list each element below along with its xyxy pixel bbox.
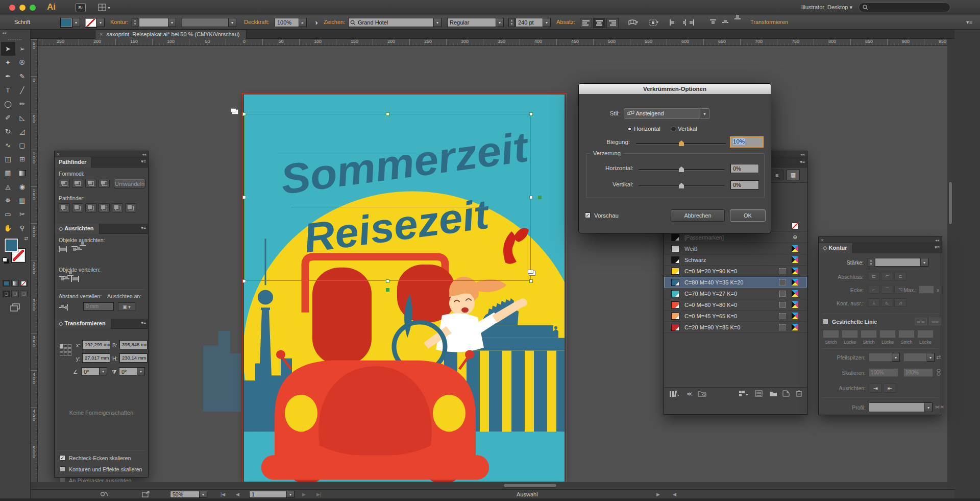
- align-menu-icon[interactable]: ▾≡: [141, 225, 146, 230]
- swatch-options-icon[interactable]: [779, 279, 786, 285]
- radio-horizontal[interactable]: Horizontal: [627, 126, 660, 132]
- preserve-dash-button[interactable]: ▭ ▭: [915, 318, 927, 325]
- selection-bounding-box[interactable]: [244, 114, 531, 281]
- font-family-dropdown-icon[interactable]: ▾: [434, 18, 442, 27]
- gap-field[interactable]: [917, 330, 934, 338]
- draw-normal-button[interactable]: ❏: [3, 291, 10, 297]
- verzerrung-h-field[interactable]: 0%: [730, 164, 759, 173]
- pathfinder-menu-icon[interactable]: ▾≡: [141, 159, 146, 164]
- swatch-row[interactable]: C=0 M=45 Y=65 K=0 ⊕: [664, 311, 807, 322]
- new-swatch-icon[interactable]: [782, 390, 790, 398]
- scale-corners-checkbox[interactable]: ✓: [60, 455, 65, 461]
- stroke-weight-field[interactable]: [139, 18, 168, 27]
- pathfinder-close-icon[interactable]: ×: [57, 152, 60, 157]
- arrowhead-start-dropdown[interactable]: ▾: [892, 353, 900, 362]
- pathfinder-collapse-icon[interactable]: ◂◂: [142, 152, 146, 157]
- swatches-collapse-icon[interactable]: ◂◂: [800, 152, 804, 157]
- free-transform-tool[interactable]: ▢: [15, 138, 30, 152]
- vertical-scrollbar[interactable]: [947, 46, 954, 482]
- status-prev-icon[interactable]: ◀: [673, 492, 676, 497]
- font-size-stepper[interactable]: ▲▼: [508, 18, 515, 27]
- link-scale-icon[interactable]: [936, 369, 941, 377]
- ok-button[interactable]: OK: [730, 209, 766, 222]
- profil-field[interactable]: [869, 402, 925, 412]
- guide-handle-left[interactable]: [231, 108, 236, 112]
- stil-select[interactable]: Ansteigend: [624, 108, 700, 119]
- screen-mode-icon[interactable]: [0, 303, 30, 313]
- arrange-documents-icon[interactable]: [98, 3, 113, 12]
- stroke-weight-dropdown-icon[interactable]: ▾: [168, 18, 176, 27]
- swatch-options-button[interactable]: [755, 390, 763, 398]
- font-style-field[interactable]: Regular: [447, 18, 496, 27]
- profil-dropdown-icon[interactable]: ▾: [925, 402, 933, 412]
- biegung-slider-thumb[interactable]: [679, 140, 684, 146]
- opacity-mask-icon[interactable]: ◑: [310, 17, 322, 28]
- rotate-dropdown-icon[interactable]: ▾: [100, 367, 107, 375]
- width-field[interactable]: 395,848 mm: [119, 340, 148, 349]
- horizontal-scroll-thumb[interactable]: [503, 483, 557, 488]
- zoom-window-button[interactable]: [30, 5, 36, 11]
- exclude-button[interactable]: [99, 179, 110, 188]
- eraser-tool[interactable]: ◺: [15, 111, 30, 125]
- share-icon[interactable]: [142, 491, 150, 498]
- paintbrush-tool[interactable]: ✏: [15, 97, 30, 111]
- paint-color-button[interactable]: [3, 280, 10, 287]
- tools-collapse-icon[interactable]: ◂◂: [0, 30, 30, 37]
- tab-kontur[interactable]: ◇ Kontur: [819, 243, 853, 253]
- tools-grip[interactable]: ▪▪▪▪▪▪▪▪: [0, 37, 30, 42]
- outline-button[interactable]: [112, 203, 123, 212]
- swatch-row[interactable]: Weiß ⊕: [664, 243, 807, 254]
- mesh-tool[interactable]: ▦: [1, 166, 15, 180]
- sync-settings-icon[interactable]: [100, 491, 109, 498]
- swatch-row[interactable]: C=20 M=90 Y=85 K=0 ⊕: [664, 322, 807, 333]
- font-size-field[interactable]: 240 pt: [516, 18, 543, 27]
- swatch-options-icon[interactable]: [779, 313, 786, 319]
- new-color-group-icon[interactable]: [739, 390, 749, 398]
- y-field[interactable]: 27,017 mm: [82, 353, 110, 363]
- pencil-tool[interactable]: ✐: [1, 111, 15, 125]
- close-window-button[interactable]: [9, 5, 15, 11]
- miter-join-button[interactable]: ⌐: [868, 285, 880, 294]
- list-view-button[interactable]: ≡: [770, 170, 783, 180]
- minus-back-button[interactable]: [125, 203, 136, 212]
- transform-link[interactable]: Transformieren: [750, 19, 788, 25]
- dialog-title[interactable]: Verkrümmen-Optionen: [579, 84, 771, 94]
- tab-pathfinder[interactable]: Pathfinder: [55, 157, 92, 168]
- stroke-color-swatch[interactable]: [85, 18, 97, 28]
- paint-gradient-button[interactable]: [11, 280, 19, 287]
- verzerrung-v-thumb[interactable]: [679, 183, 684, 188]
- transform-menu-icon[interactable]: ▾≡: [141, 320, 146, 325]
- canvas[interactable]: Sommerzeit Reisezeit: [38, 46, 947, 482]
- blend-tool[interactable]: ◉: [15, 180, 30, 194]
- align-text-left-button[interactable]: [580, 18, 592, 28]
- tab-ausrichten[interactable]: ◇ Ausrichten: [55, 224, 100, 234]
- status-next-icon[interactable]: ▶: [656, 492, 660, 497]
- line-segment-tool[interactable]: ╱: [15, 83, 30, 97]
- flip-across-icon[interactable]: ≋: [940, 404, 944, 410]
- horizontal-scrollbar[interactable]: [38, 482, 947, 489]
- abbrechen-button[interactable]: Abbrechen: [671, 209, 725, 222]
- stroke-dropdown-icon[interactable]: ▾: [97, 18, 105, 27]
- stroke-weight-stepper[interactable]: ▲▼: [132, 18, 138, 27]
- dash-field[interactable]: [823, 330, 839, 338]
- delete-swatch-icon[interactable]: [796, 390, 802, 398]
- dash-field[interactable]: [898, 330, 915, 338]
- anchor-point-bottom[interactable]: [386, 288, 389, 292]
- draw-behind-button[interactable]: ❏: [11, 291, 19, 297]
- link-swatch-icon[interactable]: [698, 390, 707, 398]
- last-artboard-icon[interactable]: ▶|: [316, 492, 321, 497]
- verzerrung-h-slider[interactable]: [639, 169, 724, 171]
- selection-handle-e[interactable]: [529, 196, 533, 199]
- curvature-tool[interactable]: ✎: [15, 69, 30, 83]
- verzerrung-h-thumb[interactable]: [679, 166, 684, 172]
- arrowhead-start-field[interactable]: [869, 353, 892, 362]
- arrow-tip-button[interactable]: ⇥: [869, 384, 882, 393]
- selection-handle-s[interactable]: [386, 279, 389, 283]
- width-profile-field[interactable]: [182, 18, 229, 27]
- dashed-line-checkbox[interactable]: –: [823, 319, 828, 324]
- radio-vertikal[interactable]: Vertikal: [671, 126, 697, 132]
- height-field[interactable]: 230,14 mm: [119, 353, 148, 363]
- arrow-scale-end-field[interactable]: 100%: [903, 368, 933, 377]
- warp-dropdown-icon[interactable]: ▾: [636, 20, 638, 25]
- swap-fill-stroke-icon[interactable]: ⇄: [24, 236, 28, 241]
